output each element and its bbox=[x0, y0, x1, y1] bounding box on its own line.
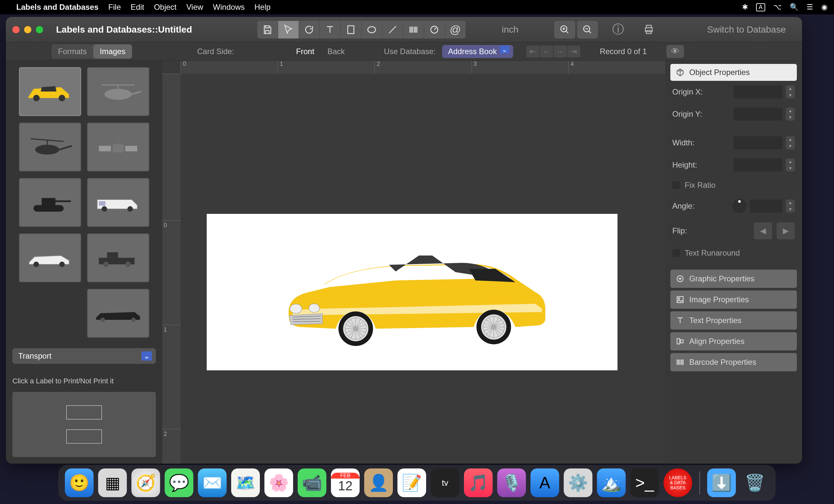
menubar-siri-icon[interactable]: ◉ bbox=[821, 3, 828, 12]
thumb-tank[interactable] bbox=[19, 178, 81, 227]
menu-file[interactable]: File bbox=[108, 3, 121, 12]
nav-last[interactable]: ⇥ bbox=[567, 46, 580, 58]
section-text-properties[interactable]: Text Properties bbox=[670, 311, 797, 330]
dock-terminal[interactable]: >_ bbox=[630, 468, 659, 497]
tool-barcode[interactable] bbox=[403, 21, 424, 39]
thumb-satellite[interactable] bbox=[87, 123, 149, 172]
dock-music[interactable]: 🎵 bbox=[464, 468, 492, 497]
dock-settings[interactable]: ⚙️ bbox=[564, 468, 592, 497]
print-button[interactable] bbox=[638, 21, 659, 39]
dock-nordvpn[interactable]: 🏔️ bbox=[597, 468, 626, 497]
dock-photos[interactable]: 🌸 bbox=[264, 468, 293, 497]
width-stepper[interactable]: ▲▼ bbox=[786, 136, 795, 149]
menu-view[interactable]: View bbox=[186, 3, 203, 12]
origin-x-input[interactable] bbox=[733, 85, 783, 98]
close-button[interactable] bbox=[13, 26, 20, 33]
dock-appstore[interactable]: A bbox=[530, 468, 559, 497]
tool-oval[interactable] bbox=[361, 21, 382, 39]
origin-y-input[interactable] bbox=[733, 108, 783, 120]
unit-label[interactable]: inch bbox=[502, 24, 519, 35]
dock-facetime[interactable]: 📹 bbox=[298, 468, 326, 497]
switch-to-database-button[interactable]: Switch to Database bbox=[697, 21, 795, 39]
angle-stepper[interactable]: ▲▼ bbox=[786, 199, 795, 213]
fix-ratio-checkbox[interactable] bbox=[672, 181, 680, 189]
thumb-helicopter-dark[interactable] bbox=[19, 123, 81, 172]
tool-line[interactable] bbox=[382, 21, 403, 39]
menu-windows[interactable]: Windows bbox=[213, 3, 244, 12]
menubar-search-icon[interactable]: 🔍 bbox=[790, 3, 798, 12]
height-stepper[interactable]: ▲▼ bbox=[786, 158, 795, 172]
tool-gauge[interactable] bbox=[424, 21, 445, 39]
label-preview-1[interactable] bbox=[66, 405, 102, 420]
thumb-wagon-dark[interactable] bbox=[87, 234, 149, 282]
angle-input[interactable] bbox=[750, 199, 783, 213]
flip-vertical-button[interactable]: ▶ bbox=[776, 222, 795, 239]
menu-edit[interactable]: Edit bbox=[131, 3, 144, 12]
nav-prev[interactable]: ← bbox=[540, 46, 553, 58]
tab-images[interactable]: Images bbox=[93, 44, 132, 59]
dock-maps[interactable]: 🗺️ bbox=[231, 468, 260, 497]
tool-rect[interactable] bbox=[341, 21, 361, 39]
dock-calendar[interactable]: FEB12 bbox=[331, 468, 359, 497]
tool-save[interactable] bbox=[257, 21, 278, 39]
card-side-front[interactable]: Front bbox=[296, 47, 314, 56]
dock-labels-db[interactable]: LABELS& DATABASES bbox=[663, 468, 692, 497]
dock-launchpad[interactable]: ▦ bbox=[98, 468, 127, 497]
zoom-in-button[interactable] bbox=[554, 21, 575, 39]
dock-finder[interactable]: 🙂 bbox=[65, 468, 93, 497]
zoom-button[interactable] bbox=[36, 26, 43, 33]
dock-trash[interactable]: 🗑️ bbox=[741, 468, 769, 497]
category-select[interactable]: Transport bbox=[13, 348, 156, 364]
menubar-input-icon[interactable]: A bbox=[756, 3, 765, 12]
thumb-limo[interactable] bbox=[87, 289, 149, 338]
flip-horizontal-button[interactable]: ◀ bbox=[754, 222, 772, 239]
tool-pointer[interactable] bbox=[278, 21, 299, 39]
nav-next[interactable]: → bbox=[554, 46, 567, 58]
menubar-control-center-icon[interactable]: ☰ bbox=[807, 3, 813, 12]
nav-first[interactable]: ⇤ bbox=[526, 46, 539, 58]
menubar-bluetooth-icon[interactable]: ⌥ bbox=[773, 3, 782, 12]
minimize-button[interactable] bbox=[24, 26, 31, 33]
menu-object[interactable]: Object bbox=[154, 3, 176, 12]
section-align-properties[interactable]: Align Properties bbox=[670, 332, 797, 350]
canvas[interactable] bbox=[181, 74, 665, 464]
dock-contacts[interactable]: 👤 bbox=[364, 468, 393, 497]
info-button[interactable]: ⓘ bbox=[608, 21, 629, 39]
object-properties-header[interactable]: Object Properties bbox=[670, 64, 797, 81]
menu-help[interactable]: Help bbox=[254, 3, 270, 12]
dock-mail[interactable]: ✉️ bbox=[198, 468, 226, 497]
thumb-car-yellow[interactable] bbox=[19, 67, 81, 116]
width-input[interactable] bbox=[733, 136, 783, 149]
tool-at[interactable]: @ bbox=[445, 21, 466, 39]
menubar-bug-icon[interactable]: ✱ bbox=[742, 3, 748, 12]
zoom-out-button[interactable] bbox=[577, 21, 598, 39]
text-runaround-checkbox[interactable] bbox=[672, 249, 680, 257]
origin-y-stepper[interactable]: ▲▼ bbox=[786, 108, 795, 120]
thumb-helicopter-grey[interactable] bbox=[87, 67, 149, 116]
dock-podcasts[interactable]: 🎙️ bbox=[497, 468, 526, 497]
origin-x-stepper[interactable]: ▲▼ bbox=[786, 85, 795, 98]
angle-dial[interactable] bbox=[732, 199, 747, 213]
dock-tv[interactable]: tv bbox=[431, 468, 459, 497]
database-select[interactable]: Address Book bbox=[442, 45, 513, 58]
tool-text[interactable] bbox=[320, 21, 341, 39]
dock-safari[interactable]: 🧭 bbox=[131, 468, 160, 497]
section-image-properties[interactable]: Image Properties bbox=[670, 290, 797, 309]
thumb-sedan-white[interactable] bbox=[19, 234, 81, 282]
menubar-app-name[interactable]: Labels and Databases bbox=[16, 3, 98, 12]
thumb-van-white[interactable] bbox=[87, 178, 149, 227]
label-card[interactable] bbox=[207, 214, 617, 370]
dock-downloads[interactable]: ⬇️ bbox=[707, 468, 736, 497]
card-side-back[interactable]: Back bbox=[327, 47, 345, 56]
dock-messages[interactable]: 💬 bbox=[164, 468, 193, 497]
tab-formats[interactable]: Formats bbox=[51, 44, 93, 59]
dock-notes[interactable]: 📝 bbox=[397, 468, 426, 497]
label-preview-2[interactable] bbox=[66, 429, 102, 444]
preview-toggle[interactable]: 👁 bbox=[666, 45, 684, 58]
section-graphic-properties[interactable]: Graphic Properties bbox=[670, 270, 797, 288]
tool-rotate[interactable] bbox=[299, 21, 320, 39]
section-barcode-properties[interactable]: Barcode Properties bbox=[670, 353, 797, 371]
print-preview-panel[interactable] bbox=[13, 392, 156, 457]
car-image[interactable] bbox=[238, 225, 587, 358]
height-input[interactable] bbox=[733, 158, 783, 172]
